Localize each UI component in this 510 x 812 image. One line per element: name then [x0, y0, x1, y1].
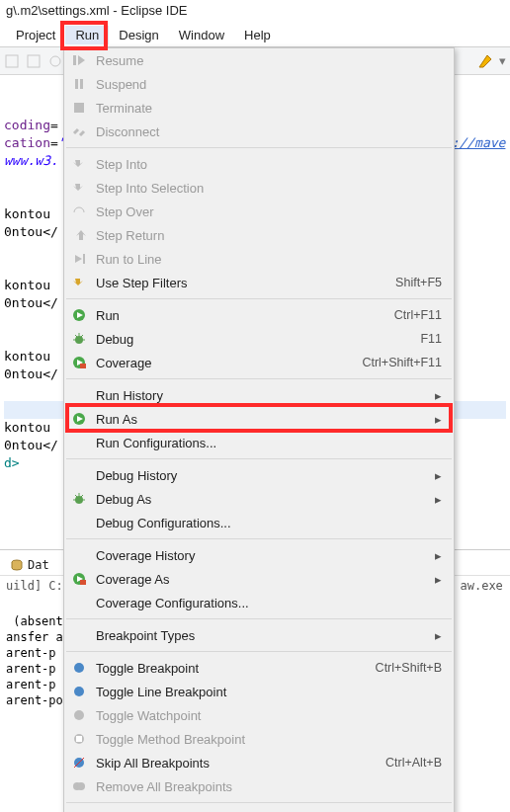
blank-icon [70, 594, 88, 611]
menu-item-debug-as[interactable]: Debug As▸ [64, 487, 454, 511]
menu-item-disconnect: Disconnect [64, 120, 454, 143]
menu-item-label: Run [96, 308, 386, 323]
menu-item-debug-configurations[interactable]: Debug Configurations... [64, 511, 454, 534]
menu-item-label: Coverage Configurations... [96, 596, 442, 610]
menu-item-toggle-line-breakpoint[interactable]: Toggle Line Breakpoint [64, 680, 454, 703]
submenu-arrow-icon: ▸ [432, 572, 442, 587]
svg-point-28 [74, 687, 84, 696]
toolbar-icon[interactable] [4, 53, 20, 69]
blank-icon [70, 386, 88, 404]
menu-item-debug-history[interactable]: Debug History▸ [64, 463, 454, 487]
menu-item-coverage-configurations[interactable]: Coverage Configurations... [64, 591, 454, 614]
svg-line-23 [75, 495, 77, 497]
menu-item-coverage[interactable]: CoverageCtrl+Shift+F11 [64, 351, 454, 374]
svg-rect-17 [80, 364, 86, 368]
menu-item-skip-all-breakpoints[interactable]: Skip All BreakpointsCtrl+Alt+B [64, 751, 454, 774]
menu-item-label: Resume [96, 53, 442, 68]
blank-icon [70, 514, 88, 531]
step-over-icon [70, 203, 88, 220]
skip-bp-icon [70, 754, 88, 771]
menu-item-label: Terminate [96, 101, 442, 116]
step-filters-icon [70, 274, 88, 291]
menu-item-label: Suspend [96, 77, 442, 92]
bp-method-icon [70, 730, 88, 748]
menu-item-terminate: Terminate [64, 96, 454, 120]
debug-icon [70, 490, 88, 508]
database-icon [10, 558, 24, 572]
blank-icon [70, 466, 88, 484]
menu-item-toggle-breakpoint[interactable]: Toggle BreakpointCtrl+Shift+B [64, 656, 454, 680]
code-text: kontou [4, 206, 50, 221]
code-text: kontou [4, 349, 50, 364]
console-tab[interactable]: Dat [10, 557, 49, 573]
menu-item-label: Coverage [96, 356, 354, 370]
menu-item-step-over: Step Over [64, 200, 454, 223]
menu-help[interactable]: Help [234, 26, 281, 44]
menu-item-debug[interactable]: DebugF11 [64, 327, 454, 351]
code-text: coding [4, 118, 50, 132]
toolbar-icon[interactable] [47, 53, 63, 69]
run-configs[interactable]: Run Configurations... [64, 431, 454, 454]
toolbar-icon[interactable] [26, 53, 42, 69]
menu-item-breakpoint-types[interactable]: Breakpoint Types▸ [64, 623, 454, 647]
menu-separator [66, 618, 452, 619]
menu-design[interactable]: Design [109, 26, 168, 44]
bp-icon [70, 659, 88, 677]
menu-separator [66, 538, 452, 539]
menu-item-label: Breakpoint Types [96, 628, 424, 643]
menu-item-label: Disconnect [96, 124, 442, 139]
bp-icon [70, 706, 88, 724]
menu-item-label: Skip All Breakpoints [96, 756, 378, 771]
svg-line-24 [81, 495, 83, 497]
menu-accelerator: Ctrl+F11 [394, 308, 442, 322]
code-link[interactable]: ://mave [452, 135, 506, 150]
code-text: cation [4, 135, 50, 150]
menu-separator [66, 458, 452, 459]
dropdown-arrow-icon[interactable]: ▾ [499, 53, 506, 68]
code-text: kontou [4, 420, 50, 435]
menu-item-resume: Resume [64, 48, 454, 72]
menu-item-run[interactable]: RunCtrl+F11 [64, 303, 454, 327]
blank-icon [70, 546, 88, 564]
annotation-run-highlight [60, 21, 108, 50]
pen-icon[interactable] [477, 53, 493, 69]
coverage-icon [70, 354, 88, 371]
svg-point-2 [50, 56, 60, 66]
menu-accelerator: Ctrl+Shift+F11 [362, 356, 442, 369]
menu-item-label: Toggle Breakpoint [96, 661, 368, 676]
menu-separator [66, 651, 452, 652]
menu-separator [66, 378, 452, 379]
svg-point-19 [75, 496, 83, 504]
menu-item-use-step-filters[interactable]: Use Step FiltersShift+F5 [64, 271, 454, 294]
disconnect-icon [70, 122, 88, 140]
code-text: kontou [4, 278, 50, 292]
code-text: 0ntou</ [4, 295, 58, 310]
menu-item-label: Run History [96, 388, 424, 403]
submenu-arrow-icon: ▸ [432, 492, 442, 507]
run-icon [70, 306, 88, 324]
menu-item-step-return: Step Return [64, 223, 454, 247]
code-text: 0ntou</ [4, 366, 58, 381]
blank-icon [70, 434, 88, 451]
svg-point-10 [75, 336, 83, 344]
step-into-sel-icon [70, 179, 88, 197]
menu-item-coverage-history[interactable]: Coverage History▸ [64, 543, 454, 567]
remove-bp-icon [70, 777, 88, 795]
menu-item-label: Use Step Filters [96, 276, 387, 290]
menu-accelerator: Ctrl+Shift+B [376, 661, 442, 675]
menu-item-coverage-as[interactable]: Coverage As▸ [64, 567, 454, 591]
menu-item-run-to-line: Run to Line [64, 247, 454, 271]
menu-separator [66, 298, 452, 299]
terminate-icon [70, 99, 88, 117]
resume-icon [70, 51, 88, 69]
code-text: 0ntou</ [4, 224, 58, 239]
svg-line-15 [81, 335, 83, 337]
menu-item-label: Step Into [96, 157, 442, 172]
menu-item-toggle-method-breakpoint: Toggle Method Breakpoint [64, 727, 454, 751]
menu-window[interactable]: Window [169, 26, 234, 44]
menu-project[interactable]: Project [6, 26, 65, 44]
menu-item-label: Coverage History [96, 548, 424, 563]
menu-item-step-into: Step Into [64, 152, 454, 176]
suspend-icon [70, 75, 88, 93]
menu-item-external-tools[interactable]: External Tools▸ [64, 807, 454, 812]
